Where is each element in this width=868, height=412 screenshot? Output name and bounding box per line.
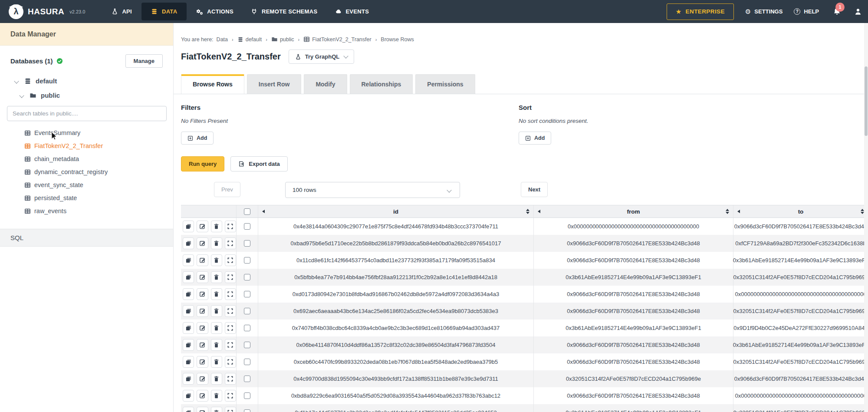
tab-relationships[interactable]: Relationships	[350, 74, 413, 94]
expand-row-button[interactable]	[225, 254, 236, 266]
export-data-button[interactable]: Export data	[230, 156, 288, 171]
copy-row-button[interactable]	[183, 390, 194, 402]
copy-row-button[interactable]	[183, 339, 194, 351]
copy-row-button[interactable]	[183, 407, 194, 412]
run-query-button[interactable]: Run query	[181, 156, 224, 171]
breadcrumb-item-default[interactable]: default	[237, 36, 262, 43]
row-checkbox[interactable]	[244, 308, 250, 314]
search-tables-input[interactable]	[7, 106, 167, 121]
delete-row-button[interactable]	[211, 305, 222, 317]
row-checkbox[interactable]	[244, 223, 250, 230]
row-checkbox[interactable]	[244, 376, 250, 382]
sidebar-table-chain_metadata[interactable]: chain_metadata	[24, 152, 173, 165]
tab-permissions[interactable]: Permissions	[415, 74, 475, 94]
tab-browse-rows[interactable]: Browse Rows	[181, 74, 244, 94]
row-checkbox[interactable]	[244, 392, 250, 399]
prev-page-button[interactable]: Prev	[214, 182, 240, 197]
sort-icon[interactable]	[526, 209, 529, 214]
sidebar-table-event_sync_state[interactable]: event_sync_state	[24, 178, 173, 191]
edit-row-button[interactable]	[197, 407, 208, 412]
row-checkbox[interactable]	[244, 291, 250, 297]
expand-row-button[interactable]	[225, 373, 236, 385]
edit-row-button[interactable]	[197, 288, 208, 300]
sql-section[interactable]: SQL	[0, 229, 173, 247]
row-checkbox[interactable]	[244, 409, 250, 412]
edit-row-button[interactable]	[197, 305, 208, 317]
rows-per-page-select[interactable]: 100 rows	[285, 182, 460, 198]
nav-item-events[interactable]: EVENTS	[326, 0, 378, 23]
row-checkbox[interactable]	[244, 359, 250, 365]
edit-row-button[interactable]	[197, 356, 208, 368]
tab-insert-row[interactable]: Insert Row	[247, 74, 302, 94]
column-header-id[interactable]: id	[258, 205, 534, 218]
delete-row-button[interactable]	[211, 373, 222, 385]
copy-row-button[interactable]	[183, 221, 194, 232]
edit-row-button[interactable]	[197, 373, 208, 385]
copy-row-button[interactable]	[183, 356, 194, 368]
delete-row-button[interactable]	[211, 390, 222, 402]
expand-row-button[interactable]	[225, 339, 236, 351]
sort-icon[interactable]	[726, 209, 729, 214]
row-checkbox[interactable]	[244, 325, 250, 331]
sidebar-table-dynamic_contract_registry[interactable]: dynamic_contract_registry	[24, 165, 173, 178]
row-checkbox[interactable]	[244, 342, 250, 348]
delete-row-button[interactable]	[211, 288, 222, 300]
expand-row-button[interactable]	[225, 305, 236, 317]
copy-row-button[interactable]	[183, 305, 194, 317]
collapse-column-icon[interactable]	[737, 210, 740, 213]
sidebar-table-raw_events[interactable]: raw_events	[24, 204, 173, 218]
nav-item-remote-schemas[interactable]: REMOTE SCHEMAS	[242, 0, 326, 23]
expand-row-button[interactable]	[225, 271, 236, 283]
copy-row-button[interactable]	[183, 237, 194, 249]
scrollbar-thumb[interactable]	[865, 66, 868, 136]
edit-row-button[interactable]	[197, 254, 208, 266]
copy-row-button[interactable]	[183, 288, 194, 300]
tree-schema-public[interactable]: public	[0, 85, 173, 99]
expand-row-button[interactable]	[225, 237, 236, 249]
expand-row-button[interactable]	[225, 288, 236, 300]
copy-row-button[interactable]	[183, 373, 194, 385]
delete-row-button[interactable]	[211, 322, 222, 334]
breadcrumb-item-public[interactable]: public	[271, 36, 294, 43]
delete-row-button[interactable]	[211, 271, 222, 283]
manage-button[interactable]: Manage	[125, 54, 163, 68]
copy-row-button[interactable]	[183, 271, 194, 283]
column-header-from[interactable]: from	[534, 205, 733, 218]
collapse-column-icon[interactable]	[538, 210, 540, 213]
delete-row-button[interactable]	[211, 339, 222, 351]
expand-row-button[interactable]	[225, 221, 236, 232]
notifications-button[interactable]: 1	[833, 7, 841, 16]
copy-row-button[interactable]	[183, 322, 194, 334]
settings-button[interactable]: ⚙ SETTINGS	[745, 8, 783, 16]
delete-row-button[interactable]	[211, 237, 222, 249]
breadcrumb-item-data[interactable]: Data	[217, 36, 228, 43]
delete-row-button[interactable]	[211, 407, 222, 412]
edit-row-button[interactable]	[197, 339, 208, 351]
nav-item-actions[interactable]: ACTIONS	[187, 0, 242, 23]
breadcrumb-item-fiattokenv2_2_transfer[interactable]: FiatTokenV2_2_Transfer	[303, 36, 371, 43]
tab-modify[interactable]: Modify	[304, 74, 347, 94]
edit-row-button[interactable]	[197, 237, 208, 249]
tree-database-default[interactable]: default	[0, 68, 173, 85]
hasura-brand[interactable]: λ HASURA v2.23.0	[9, 4, 85, 19]
nav-item-data[interactable]: DATA	[141, 3, 187, 20]
collapse-column-icon[interactable]	[262, 210, 265, 213]
edit-row-button[interactable]	[197, 271, 208, 283]
chevron-down-icon[interactable]	[14, 79, 19, 83]
breadcrumb-item-browse-rows[interactable]: Browse Rows	[381, 36, 414, 43]
expand-row-button[interactable]	[225, 390, 236, 402]
expand-row-button[interactable]	[225, 322, 236, 334]
expand-row-button[interactable]	[225, 356, 236, 368]
select-all-checkbox[interactable]	[244, 208, 250, 215]
edit-row-button[interactable]	[197, 221, 208, 232]
sidebar-table-persisted_state[interactable]: persisted_state	[24, 191, 173, 204]
nav-item-api[interactable]: API	[102, 0, 141, 23]
row-checkbox[interactable]	[244, 274, 250, 280]
sidebar-table-EventsSummary[interactable]: EventsSummary	[24, 126, 173, 139]
column-header-to[interactable]: to	[733, 205, 868, 218]
row-checkbox[interactable]	[244, 240, 250, 247]
chevron-down-icon[interactable]	[19, 93, 24, 98]
user-menu-button[interactable]	[854, 8, 862, 16]
delete-row-button[interactable]	[211, 221, 222, 232]
expand-row-button[interactable]	[225, 407, 236, 412]
